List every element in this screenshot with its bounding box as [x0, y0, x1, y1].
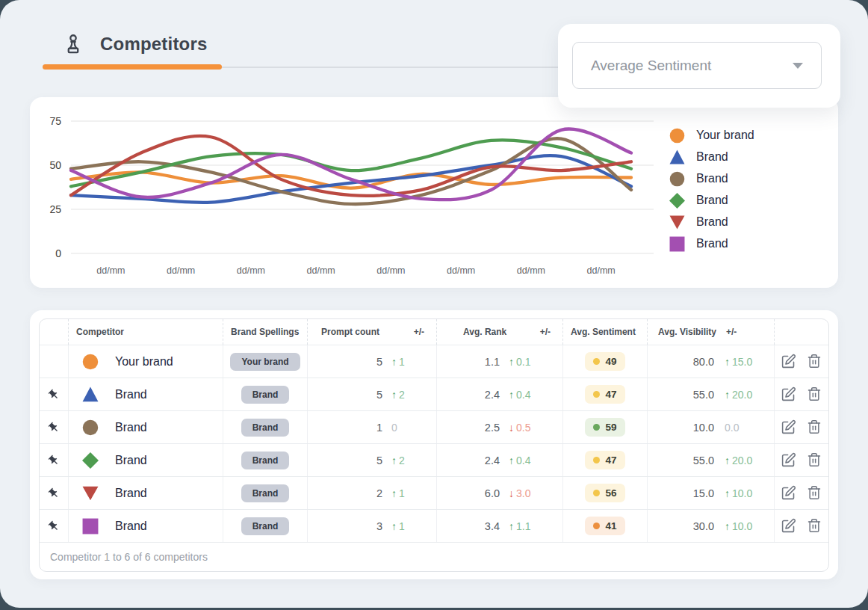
svg-text:25: 25 — [49, 203, 61, 215]
table-row: Your brandYour brand5↑11.1↑0.14980.0↑15.… — [40, 345, 828, 378]
brand-spelling-cell: Brand — [223, 444, 307, 476]
pushpin-icon[interactable] — [48, 389, 60, 401]
prompt-count-cell: 2↑1 — [307, 477, 436, 509]
header-prompt-count: Prompt count +/- — [307, 319, 436, 345]
delete-button[interactable] — [807, 518, 822, 534]
avg-rank-cell: 2.5↓0.5 — [436, 411, 562, 443]
header-avg-rank: Avg. Rank +/- — [436, 319, 562, 345]
avg-visibility-cell: 55.0↑20.0 — [647, 378, 774, 410]
arrow-up-icon: ↑ — [391, 389, 397, 401]
svg-text:dd/mm: dd/mm — [517, 265, 545, 276]
svg-text:dd/mm: dd/mm — [167, 265, 195, 276]
brand-circle-icon — [82, 354, 99, 370]
competitor-cell: Brand — [68, 444, 223, 476]
arrow-up-icon: ↑ — [725, 487, 730, 499]
competitor-name: Brand — [115, 388, 147, 401]
edit-button[interactable] — [781, 485, 796, 501]
edit-button[interactable] — [781, 452, 796, 468]
change-up: ↑0.4 — [509, 389, 548, 401]
actions-cell — [774, 510, 828, 542]
avg-rank-value: 1.1 — [485, 356, 500, 368]
legend-label: Brand — [696, 172, 728, 185]
avg-visibility-cell: 15.0↑10.0 — [647, 477, 774, 509]
table-row: BrandBrand5↑22.4↑0.44755.0↑20.0 — [40, 378, 828, 410]
chevron-down-icon — [793, 63, 803, 69]
brand-diamond-icon — [82, 452, 99, 469]
avg-visibility-value: 30.0 — [693, 520, 714, 532]
svg-text:dd/mm: dd/mm — [237, 265, 265, 276]
delete-button[interactable] — [807, 386, 822, 402]
pushpin-icon[interactable] — [48, 422, 60, 434]
table-footer-text: Competitor 1 to 6 of 6 competitors — [50, 551, 208, 563]
change-neutral: 0.0 — [725, 422, 762, 434]
header-rank-delta-label: +/- — [540, 327, 551, 337]
prompt-count-value: 5 — [376, 389, 382, 401]
avg-visibility-cell: 30.0↑10.0 — [647, 510, 774, 542]
edit-button[interactable] — [781, 386, 796, 402]
svg-text:dd/mm: dd/mm — [447, 265, 475, 276]
avg-visibility-value: 10.0 — [693, 422, 714, 434]
legend-item: Brand — [669, 192, 754, 209]
pushpin-icon[interactable] — [48, 455, 60, 466]
avg-sentiment-cell: 47 — [562, 378, 647, 410]
legend-item: Brand — [669, 214, 754, 230]
pin-cell — [40, 411, 68, 443]
brand-triangle-up-icon — [82, 386, 99, 403]
header-visibility-delta-label: +/- — [726, 327, 737, 337]
avg-rank-cell: 6.0↓3.0 — [436, 477, 562, 509]
prompt-count-value: 5 — [376, 356, 382, 368]
sentiment-dot-icon — [593, 391, 600, 398]
sentiment-badge: 59 — [585, 418, 624, 437]
brand-spelling-pill: Your brand — [230, 353, 300, 371]
avg-visibility-cell: 10.00.0 — [647, 411, 774, 443]
edit-button[interactable] — [781, 518, 796, 534]
actions-cell — [774, 411, 828, 443]
arrow-down-icon: ↓ — [509, 422, 514, 434]
delete-button[interactable] — [807, 419, 822, 435]
legend-item: Brand — [669, 170, 754, 187]
pushpin-icon[interactable] — [48, 520, 60, 532]
change-down: ↓0.5 — [509, 422, 548, 434]
competitor-name: Your brand — [115, 355, 173, 369]
sentiment-dot-icon — [593, 523, 600, 529]
legend-label: Brand — [696, 150, 728, 164]
arrow-up-icon: ↑ — [509, 520, 514, 532]
avg-visibility-value: 15.0 — [693, 487, 714, 499]
delete-button[interactable] — [807, 452, 822, 468]
delete-button[interactable] — [807, 485, 822, 501]
sentiment-dot-icon — [593, 424, 600, 431]
edit-button[interactable] — [781, 419, 796, 435]
delete-button[interactable] — [807, 354, 822, 369]
avg-sentiment-cell: 59 — [562, 411, 647, 443]
brand-spelling-pill: Brand — [241, 484, 290, 502]
competitor-cell: Your brand — [68, 345, 223, 378]
legend-label: Brand — [696, 237, 728, 250]
pin-cell — [40, 378, 68, 410]
metric-select[interactable]: Average Sentiment — [572, 42, 822, 89]
header-pin-column — [40, 319, 68, 345]
actions-cell — [774, 345, 828, 378]
legend-triangle-down-icon — [669, 215, 685, 230]
table-header-row: Competitor Brand Spellings Prompt count … — [40, 319, 828, 345]
legend-item: Brand — [669, 235, 754, 252]
avg-rank-cell: 3.4↑1.1 — [436, 510, 562, 542]
sentiment-badge: 56 — [585, 484, 624, 502]
svg-text:50: 50 — [49, 159, 61, 171]
pushpin-icon[interactable] — [48, 487, 60, 499]
change-up: ↑2 — [391, 389, 418, 401]
avg-visibility-cell: 55.0↑20.0 — [647, 444, 774, 476]
legend-triangle-up-icon — [669, 150, 685, 165]
edit-button[interactable] — [781, 354, 796, 369]
arrow-up-icon: ↑ — [391, 455, 397, 466]
prompt-count-cell: 10 — [307, 411, 436, 443]
change-up: ↑10.0 — [725, 520, 762, 532]
change-up: ↑0.1 — [509, 356, 548, 368]
prompt-count-cell: 5↑2 — [307, 378, 436, 410]
table-row: BrandBrand102.5↓0.55910.00.0 — [40, 410, 828, 443]
change-neutral: 0 — [391, 422, 418, 434]
header-actions-column — [774, 319, 828, 345]
competitors-chart-card: 0255075dd/mmdd/mmdd/mmdd/mmdd/mmdd/mmdd/… — [30, 97, 838, 288]
pin-cell — [40, 477, 68, 509]
table-body: Your brandYour brand5↑11.1↑0.14980.0↑15.… — [40, 345, 828, 542]
avg-rank-value: 3.4 — [485, 520, 500, 532]
